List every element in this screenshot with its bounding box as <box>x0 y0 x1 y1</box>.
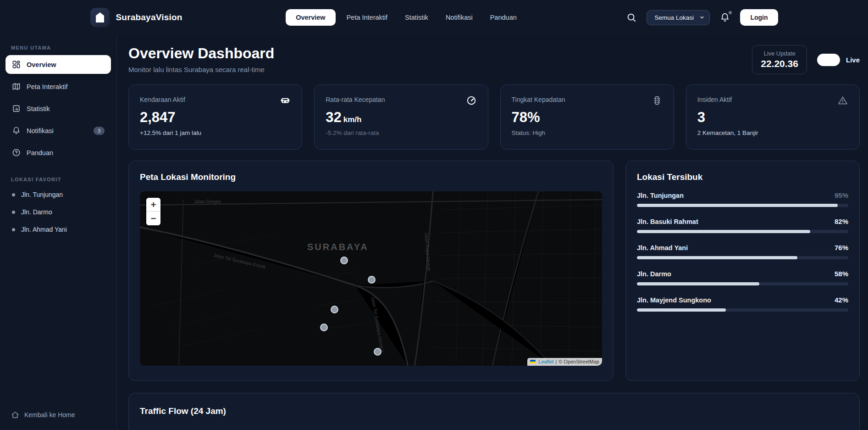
svg-text:Jalan Greges: Jalan Greges <box>194 199 221 204</box>
location-select[interactable]: Semua Lokasi <box>647 10 710 25</box>
zoom-out-button[interactable]: − <box>146 212 160 225</box>
stat-card-kepadatan: Tingkat Kepadatan 78% Status: High <box>500 84 674 150</box>
primary-nav: Overview Peta Interaktif Statistik Notif… <box>286 9 523 26</box>
sidebar-item-notifikasi[interactable]: Notifikasi 3 <box>6 121 111 140</box>
page-title: Overview Dashboard <box>128 45 274 62</box>
live-update-box: Live Update 22.20.36 <box>752 45 807 74</box>
progress-track <box>637 256 848 259</box>
map-marker[interactable] <box>331 306 338 313</box>
speedometer-icon <box>466 95 477 106</box>
busiest-percent: 76% <box>835 244 848 251</box>
map-marker[interactable] <box>320 324 328 331</box>
login-button[interactable]: Login <box>740 9 778 26</box>
favorite-label: Jln. Ahmad Yani <box>21 226 67 233</box>
car-icon <box>280 95 291 106</box>
favorite-location-ahmad-yani[interactable]: Jln. Ahmad Yani <box>6 222 111 237</box>
busiest-name: Jln. Darmo <box>637 270 671 278</box>
sidebar-item-label: Peta Interaktif <box>27 83 67 90</box>
progress-fill <box>637 230 810 233</box>
progress-fill <box>637 282 759 285</box>
warning-triangle-icon <box>837 95 848 106</box>
stat-subtext: 2 Kemacetan, 1 Banjir <box>697 129 848 136</box>
progress-fill <box>637 308 726 312</box>
favorite-location-darmo[interactable]: Jln. Darmo <box>6 204 111 220</box>
page-header: Overview Dashboard Monitor lalu lintas S… <box>128 45 860 74</box>
nav-item-statistik[interactable]: Statistik <box>398 9 435 26</box>
busiest-row: Jln. Tunjungan 95% <box>637 191 848 207</box>
stats-row: Kendaraan Aktif 2,847 +12.5% dari 1 jam … <box>128 84 860 150</box>
stat-subtext: -5.2% dari rata-rata <box>326 129 476 136</box>
stat-unit: km/h <box>343 115 362 124</box>
stat-value: 78% <box>512 109 663 126</box>
sidebar-item-label: Statistik <box>27 105 50 112</box>
bell-icon <box>720 12 730 22</box>
stat-card-kendaraan-aktif: Kendaraan Aktif 2,847 +12.5% dari 1 jam … <box>128 84 302 150</box>
busiest-row: Jln. Ahmad Yani 76% <box>637 244 848 259</box>
favorite-label: Jln. Darmo <box>21 208 52 216</box>
sidebar-item-peta-interaktif[interactable]: Peta Interaktif <box>6 77 111 96</box>
busiest-panel-title: Lokasi Tersibuk <box>637 172 848 182</box>
brand[interactable]: SurabayaVision <box>90 8 182 27</box>
stat-subtext: Status: High <box>512 129 663 136</box>
busiest-percent: 82% <box>835 218 848 225</box>
nav-item-panduan[interactable]: Panduan <box>484 9 523 26</box>
map-zoom-control: + − <box>146 198 160 225</box>
live-toggle-label: Live <box>846 56 860 64</box>
stat-value: 32km/h <box>326 109 476 126</box>
notifications-button[interactable] <box>720 12 730 22</box>
sidebar-item-panduan[interactable]: Panduan <box>6 143 111 162</box>
main-content: Overview Dashboard Monitor lalu lintas S… <box>117 35 868 430</box>
progress-track <box>637 230 848 233</box>
traffic-flow-title: Traffic Flow (24 Jam) <box>140 406 848 416</box>
back-to-home-link[interactable]: Kembali ke Home <box>0 400 116 430</box>
attribution-separator: | <box>555 359 557 364</box>
sidebar-item-label: Overview <box>27 61 56 68</box>
busiest-row: Jln. Basuki Rahmat 82% <box>637 218 848 233</box>
sidebar-item-statistik[interactable]: Statistik <box>6 99 111 118</box>
favorite-location-tunjungan[interactable]: Jln. Tunjungan <box>6 187 111 202</box>
nav-item-overview[interactable]: Overview <box>286 9 336 26</box>
brand-logo-icon <box>90 8 110 27</box>
progress-track <box>637 308 848 312</box>
stat-label: Kendaraan Aktif <box>140 96 291 103</box>
top-navbar: SurabayaVision Overview Peta Interaktif … <box>0 0 868 35</box>
location-filter: Semua Lokasi <box>647 10 710 25</box>
zoom-in-button[interactable]: + <box>146 198 160 212</box>
openstreetmap-link[interactable]: © OpenStreetMap <box>558 359 599 364</box>
help-circle-icon <box>12 148 21 157</box>
busiest-name: Jln. Tunjungan <box>637 192 684 199</box>
sidebar-item-overview[interactable]: Overview <box>6 55 111 74</box>
sidebar: MENU UTAMA Overview Peta Interaktif Stat… <box>0 35 117 430</box>
stat-card-kecepatan: Rata-rata Kecepatan 32km/h -5.2% dari ra… <box>314 84 488 150</box>
progress-track <box>637 204 848 207</box>
search-icon <box>626 12 636 22</box>
notification-dot <box>729 11 732 14</box>
stat-value: 2,847 <box>140 109 291 126</box>
nav-item-notifikasi[interactable]: Notifikasi <box>439 9 479 26</box>
nav-item-peta-interaktif[interactable]: Peta Interaktif <box>340 9 394 26</box>
map-panel: Peta Lokasi Monitoring <box>128 161 614 381</box>
bar-chart-icon <box>12 104 21 113</box>
sidebar-menu-title: MENU UTAMA <box>11 45 105 50</box>
live-toggle-switch[interactable] <box>817 54 840 66</box>
search-button[interactable] <box>626 12 636 22</box>
busiest-percent: 95% <box>835 191 848 199</box>
busiest-locations-panel: Lokasi Tersibuk Jln. Tunjungan 95% Jln. … <box>625 161 860 381</box>
live-update-time: 22.20.36 <box>761 58 798 69</box>
home-icon <box>11 411 19 419</box>
busiest-percent: 58% <box>835 270 848 278</box>
bullet-dot-icon <box>12 211 15 214</box>
map-marker[interactable] <box>340 257 348 264</box>
leaflet-link[interactable]: Leaflet <box>538 359 553 364</box>
busiest-name: Jln. Basuki Rahmat <box>637 218 698 225</box>
leaflet-map[interactable]: Jalan Greges Jalan Tol Surabaya-Gresik J… <box>140 191 602 366</box>
busiest-row: Jln. Darmo 58% <box>637 270 848 285</box>
traffic-flow-panel: Traffic Flow (24 Jam) <box>128 393 860 430</box>
stat-label: Rata-rata Kecepatan <box>326 96 476 103</box>
progress-track <box>637 282 848 285</box>
stat-label: Tingkat Kepadatan <box>512 96 663 103</box>
map-marker[interactable] <box>374 348 381 356</box>
map-marker[interactable] <box>368 276 376 284</box>
progress-fill <box>637 204 838 207</box>
bullet-dot-icon <box>12 193 15 196</box>
